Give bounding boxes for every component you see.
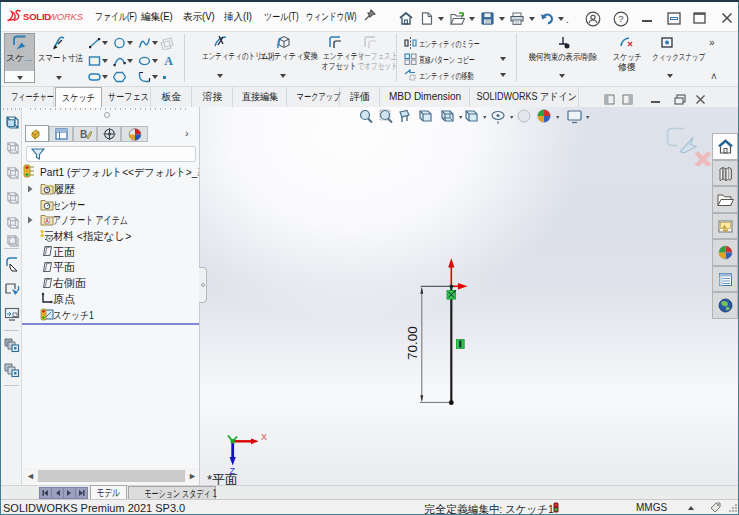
svg-text:70.00: 70.00 bbox=[405, 326, 420, 360]
svg-text:B: B bbox=[80, 129, 87, 140]
svg-text:A: A bbox=[45, 218, 49, 224]
svg-text:WORKS: WORKS bbox=[48, 11, 84, 22]
svg-text:A: A bbox=[164, 54, 173, 67]
svg-text:X: X bbox=[261, 432, 267, 442]
svg-text:?: ? bbox=[618, 13, 623, 24]
